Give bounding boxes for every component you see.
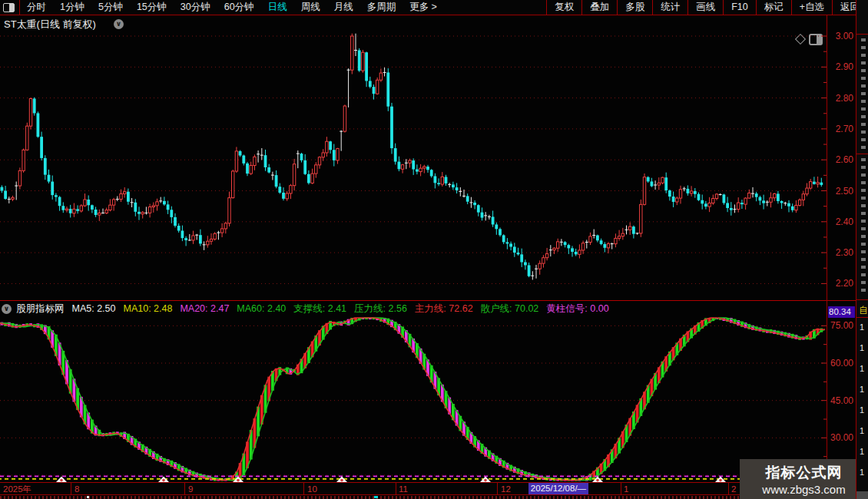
strip-number: 1 — [860, 447, 864, 456]
strip-number: 1 — [860, 385, 864, 394]
date-axis-tick — [184, 483, 185, 494]
next-pane-sliver — [0, 496, 740, 499]
watermark: 指标公式网 www.zbgs3.com — [740, 459, 868, 499]
candlestick-and-indicator-chart[interactable] — [0, 0, 868, 499]
date-label-2025年: 2025年 — [3, 484, 31, 494]
date-label-8: 8 — [75, 484, 79, 494]
strip-number: 1 — [860, 343, 864, 352]
date-axis-tick — [728, 483, 729, 494]
strip-number: 1 — [860, 364, 864, 373]
indicator-field-MA10: MA10: 2.48 — [123, 303, 172, 314]
strip-divider — [856, 34, 868, 35]
strip-divider — [856, 299, 868, 300]
price-tick-label: 3.00 — [828, 31, 853, 41]
watermark-site-name: 指标公式网 — [766, 463, 843, 483]
clipped-text-glyphs — [861, 38, 866, 150]
strip-number: 1 — [860, 322, 864, 332]
strip-number: 1 — [860, 405, 864, 415]
date-axis-tick — [497, 483, 498, 494]
selected-date-badge: 2025/12/08/— — [528, 483, 588, 494]
indicator-field-MA20: MA20: 2.47 — [180, 303, 229, 314]
price-axis-line — [827, 15, 827, 495]
price-tick-label: 2.50 — [828, 186, 853, 197]
indicator-field-黄柱信号: 黄柱信号: 0.00 — [546, 302, 608, 316]
date-axis: 2025/12/08/— 2025年8910111212 — [0, 482, 868, 495]
date-axis-tick — [303, 483, 304, 494]
date-label-12: 12 — [501, 484, 511, 494]
price-tick-label: 2.90 — [828, 61, 853, 72]
date-axis-tick — [621, 483, 621, 494]
price-tick-label: 2.60 — [828, 154, 853, 165]
strip-number: 1 — [860, 468, 864, 477]
indicator-field-压力线: 压力线: 2.56 — [354, 302, 407, 316]
watermark-url: www.zbgs3.com — [762, 483, 845, 496]
strip-footer — [856, 491, 868, 499]
indicator-header: ∨ 股朋指标网 MA5: 2.50MA10: 2.48MA20: 2.47MA6… — [2, 302, 617, 316]
date-axis-tick — [71, 483, 71, 494]
indicator-tick-label: 45.00 — [828, 395, 853, 406]
indicator-tick-label: 30.00 — [828, 432, 853, 443]
indicator-tick-label: 60.00 — [828, 358, 853, 368]
indicator-field-支撑线: 支撑线: 2.41 — [293, 302, 346, 316]
indicator-max-badge: 80.34 — [828, 306, 855, 318]
indicator-collapse-icon[interactable]: ∨ — [2, 304, 12, 314]
indicator-field-散户线: 散户线: 70.02 — [481, 302, 539, 316]
indicator-name[interactable]: 股朋指标网 — [16, 302, 65, 316]
date-label-2: 2 — [731, 484, 736, 494]
date-label-10: 10 — [307, 484, 317, 494]
strip-divider — [856, 317, 868, 318]
sliver-cyan-mark — [374, 496, 378, 498]
clipped-text-glyphs — [861, 158, 866, 296]
price-tick-label: 2.20 — [828, 278, 853, 289]
price-tick-label: 2.80 — [828, 93, 853, 104]
indicator-tick-label: 75.00 — [828, 320, 853, 331]
trading-app-window: 分时1分钟5分钟15分钟30分钟60分钟日线周线月线多周期更多 > 复权叠加多股… — [0, 0, 868, 499]
price-tick-label: 2.40 — [828, 216, 853, 227]
right-edge-strip: 自 11111111 — [856, 0, 868, 499]
date-axis-tick — [396, 483, 396, 494]
price-tick-label: 2.30 — [828, 247, 853, 258]
strip-number: 1 — [860, 426, 864, 435]
strip-divider — [856, 154, 868, 154]
date-label-9: 9 — [188, 484, 193, 494]
indicator-field-主力线: 主力线: 72.62 — [415, 302, 473, 316]
sliver-white-mark — [87, 496, 89, 498]
strip-yellow-char: 自 — [859, 304, 868, 317]
indicator-field-MA60: MA60: 2.40 — [237, 303, 286, 314]
date-label-1: 1 — [624, 484, 628, 494]
price-tick-label: 2.70 — [828, 124, 853, 134]
date-label-11: 11 — [399, 484, 408, 494]
pane-separator — [0, 300, 868, 301]
indicator-field-MA5: MA5: 2.50 — [72, 303, 116, 314]
